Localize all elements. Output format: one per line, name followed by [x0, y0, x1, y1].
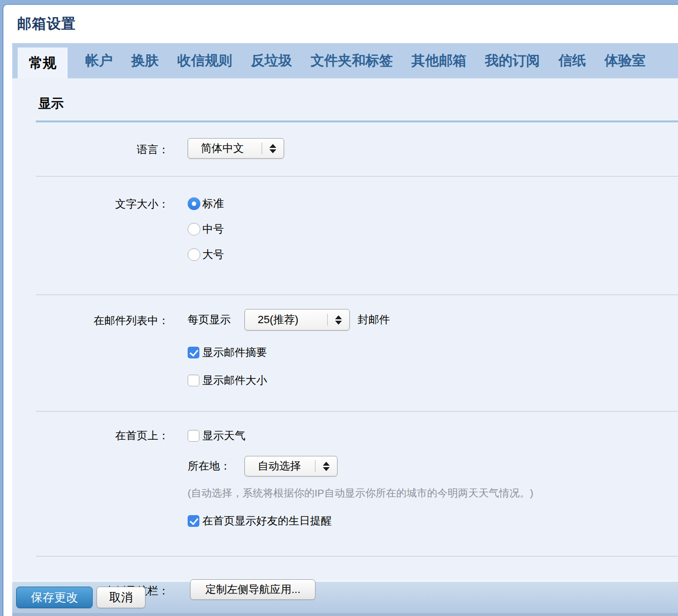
settings-tabstrip: 常规 帐户 换肤 收信规则 反垃圾 文件夹和标签 其他邮箱 我的订阅 信纸 体验… — [12, 43, 678, 78]
radio-option-medium[interactable]: 中号 — [188, 222, 224, 237]
checkbox-show-summary[interactable]: 显示邮件摘要 — [188, 345, 390, 360]
location-label: 所在地： — [188, 459, 231, 474]
mail-list-row: 在邮件列表中： 每页显示 25(推荐) 封邮件 — [12, 295, 678, 411]
section-title-display: 显示 — [12, 78, 678, 112]
per-page-prefix: 每页显示 — [188, 312, 231, 327]
title-bar: 邮箱设置 — [3, 5, 678, 43]
settings-page: 邮箱设置 常规 帐户 换肤 收信规则 反垃圾 文件夹和标签 其他邮箱 我的订阅 … — [0, 0, 678, 616]
tab-stationery[interactable]: 信纸 — [557, 43, 587, 78]
select-stepper-icon — [262, 144, 284, 153]
weather-auto-hint: (自动选择，系统将根据你的IP自动显示你所在的城市的今明两天天气情况。) — [188, 486, 533, 500]
per-page-suffix: 封邮件 — [358, 312, 390, 327]
radio-icon[interactable] — [188, 248, 200, 261]
radio-icon[interactable] — [188, 197, 200, 210]
save-button[interactable]: 保存更改 — [16, 587, 93, 608]
location-select-value: 自动选择 — [245, 459, 315, 474]
tab-subscriptions[interactable]: 我的订阅 — [484, 43, 541, 78]
checkbox-icon[interactable] — [188, 347, 199, 358]
language-select-value: 简体中文 — [188, 141, 262, 156]
text-size-label: 文字大小： — [12, 196, 169, 262]
radio-option-standard[interactable]: 标准 — [188, 196, 224, 211]
customize-left-nav-button[interactable]: 定制左侧导航应用... — [190, 579, 315, 600]
text-size-row: 文字大小： 标准 中号 大号 — [12, 177, 678, 294]
tab-antispam[interactable]: 反垃圾 — [250, 43, 293, 78]
checkbox-icon[interactable] — [188, 430, 199, 442]
tab-folders-labels[interactable]: 文件夹和标签 — [310, 43, 394, 78]
tab-other-mailboxes[interactable]: 其他邮箱 — [411, 43, 467, 78]
checkbox-icon[interactable] — [188, 515, 199, 527]
homepage-label: 在首页上： — [12, 428, 169, 528]
per-page-select-value: 25(推荐) — [245, 312, 327, 327]
language-select[interactable]: 简体中文 — [188, 138, 284, 159]
language-row: 语言： 简体中文 — [12, 122, 678, 176]
tab-mail-rules[interactable]: 收信规则 — [176, 43, 233, 78]
tab-skins[interactable]: 换肤 — [130, 43, 160, 78]
checkbox-show-weather[interactable]: 显示天气 — [188, 428, 533, 443]
checkbox-icon[interactable] — [188, 375, 199, 386]
cancel-button[interactable]: 取消 — [97, 587, 145, 608]
settings-panel: 邮箱设置 常规 帐户 换肤 收信规则 反垃圾 文件夹和标签 其他邮箱 我的订阅 … — [2, 4, 678, 616]
checkbox-birthday-reminder[interactable]: 在首页显示好友的生日提醒 — [188, 514, 533, 528]
mail-list-label: 在邮件列表中： — [12, 309, 169, 388]
tab-general[interactable]: 常规 — [18, 47, 68, 78]
radio-icon[interactable] — [188, 223, 200, 236]
language-label: 语言： — [12, 138, 169, 159]
per-page-select[interactable]: 25(推荐) — [244, 309, 350, 331]
checkbox-show-size[interactable]: 显示邮件大小 — [188, 373, 390, 388]
location-select[interactable]: 自动选择 — [244, 456, 338, 476]
tab-lab[interactable]: 体验室 — [604, 43, 647, 78]
select-stepper-icon — [328, 315, 349, 325]
radio-option-large[interactable]: 大号 — [188, 247, 224, 262]
select-stepper-icon — [315, 462, 337, 471]
general-settings-content: 显示 语言： 简体中文 文字大小： — [12, 78, 678, 581]
homepage-row: 在首页上： 显示天气 所在地： 自动选择 — [12, 412, 678, 556]
page-title: 邮箱设置 — [17, 14, 76, 34]
tab-accounts[interactable]: 帐户 — [84, 43, 114, 78]
